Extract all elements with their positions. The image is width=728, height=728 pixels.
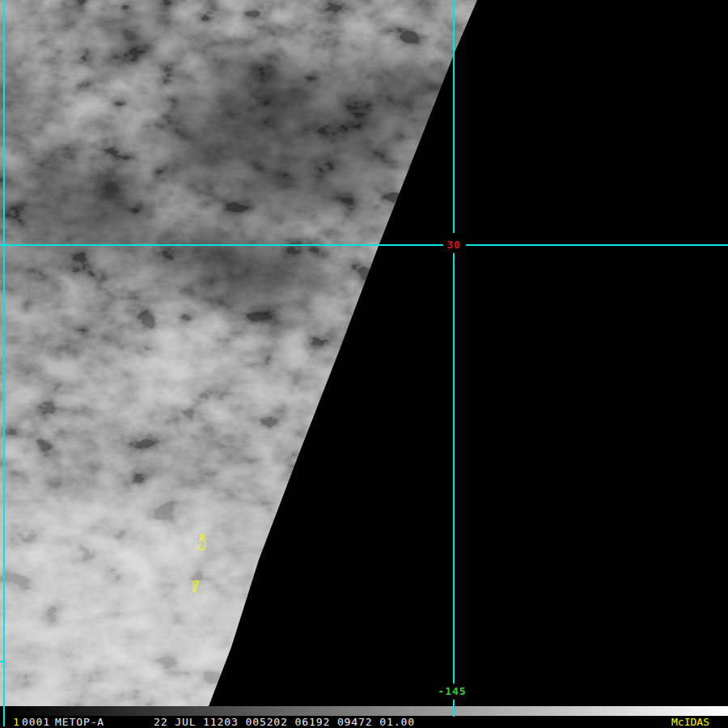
satellite-image-canvas[interactable] <box>0 0 728 706</box>
mcidas-display-window: 30 -145 1 0001 METOP-A 22 JUL 11203 0052… <box>0 0 728 728</box>
longitude-label: -145 <box>434 686 471 697</box>
image-number: 0001 <box>22 716 50 728</box>
satellite-name: METOP-A <box>55 716 104 728</box>
latitude-tick-left-edge <box>0 661 3 662</box>
frame-number: 1 <box>13 716 20 728</box>
cloud-texture <box>0 0 728 706</box>
longitude-line-center-middle <box>453 253 455 684</box>
mcidas-brand-label: McIDAS <box>671 716 709 728</box>
longitude-line-center-upper <box>453 0 455 233</box>
latitude-line-right-segment <box>466 244 728 246</box>
longitude-line-center-lower <box>453 700 455 717</box>
latitude-line-left-segment <box>0 244 443 246</box>
image-datetime-info: 22 JUL 11203 005202 06192 09472 01.00 <box>154 716 415 728</box>
status-bar: 1 0001 METOP-A 22 JUL 11203 005202 06192… <box>0 716 728 728</box>
grayscale-colorbar <box>0 706 728 716</box>
longitude-line-left <box>3 0 5 726</box>
latitude-label: 30 <box>441 239 467 251</box>
